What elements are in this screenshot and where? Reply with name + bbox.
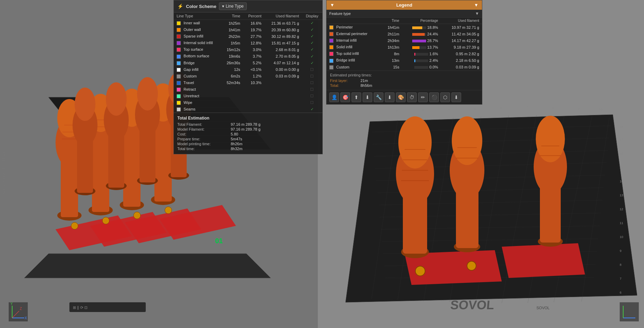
line-type-row: Travel 52m34s 10.3% ☐ [174,80,322,86]
hex-icon[interactable]: ⬡ [440,92,450,102]
line-type-name: Top surface [174,46,221,53]
progress-bar-fill [412,33,425,36]
line-type-display[interactable]: ✓ [302,33,322,40]
line-type-selector[interactable]: ▾ Line Type [219,2,247,10]
tool-icon[interactable]: 🔧 [374,92,383,102]
line-type-row: Seams ✓ [174,106,322,113]
timer-icon[interactable]: ⏱ [407,92,417,102]
color-swatch [177,94,181,98]
progress-bar-fill [412,40,426,42]
line-type-row: Internal solid infill 1h5m 12.8% 15.81 m… [174,40,322,46]
line-type-display[interactable]: ✓ [302,106,322,113]
progress-bar [412,26,426,29]
legend-name: Top solid infill [327,50,381,57]
first-layer-value: 21m [361,79,368,83]
line-type-row: Unretract ☐ [174,93,322,99]
circle-icon[interactable]: ⚫ [429,92,439,102]
svg-marker-2 [24,254,271,278]
progress-bar [414,53,428,56]
legend-filament: 9.18 m 27.39 g [441,44,482,50]
line-type-display[interactable]: ☐ [302,86,322,93]
total-est-value: 8h56m [361,83,372,88]
legend-collapse-icon[interactable]: ▼ [330,2,334,8]
line-type-name: Inner wall [174,20,221,27]
color-scheme-header: ⚡ Color Scheme ▾ Line Type [174,0,322,13]
svg-text:16: 16 [620,152,623,155]
legend-dropdown-icon[interactable]: ▼ [474,2,478,8]
down-icon[interactable]: ⬇ [363,92,372,102]
legend-col-name [327,18,381,24]
color-swatch [177,101,181,105]
color-swatch [177,21,181,25]
line-type-percent [243,93,264,99]
svg-text:14: 14 [620,180,623,183]
legend-row: Internal infill 2h34m 28.7% 14.17 m 42.2… [327,37,482,44]
export-icon[interactable]: ⬇ [451,92,461,102]
edit-icon[interactable]: ✏ [418,92,428,102]
line-type-display[interactable]: ☐ [302,80,322,86]
legend-pct: 1.6% [402,50,441,57]
down2-icon[interactable]: ⬇ [385,92,395,102]
legend-row: Custom 15s 0.0% 0.03 m 0.09 g [327,64,482,71]
line-type-display[interactable]: ✓ [302,53,322,59]
line-type-display[interactable]: ☐ [302,73,322,80]
color-swatch [177,34,181,39]
line-type-name: Retract [174,86,221,93]
legend-col-filament: Used filament [441,18,482,24]
svg-point-55 [165,207,172,214]
color-swatch [177,107,181,112]
line-type-percent: <0.1% [243,66,264,73]
line-type-row: Retract ☐ [174,86,322,93]
line-type-percent: 12.8% [243,40,264,46]
line-type-display[interactable]: ✓ [302,46,322,53]
line-type-time: 26m36s [221,60,243,66]
line-type-name: Sparse infill [174,33,221,40]
total-estimation: Total Estimation Total Filament: 97.16 m… [174,113,322,154]
legend-pct: 13.7% [402,44,441,50]
line-type-filament [264,106,302,113]
line-type-display[interactable]: ☐ [302,93,322,99]
svg-point-52 [71,222,78,229]
prepare-time-label: Prepare time: [177,137,229,141]
legend-filament: 2.18 m 6.50 g [441,57,482,64]
line-type-display[interactable]: ✓ [302,26,322,33]
line-type-display[interactable]: ☐ [302,66,322,73]
up-icon[interactable]: ⬆ [351,92,361,102]
line-type-display[interactable]: ✓ [302,20,322,27]
svg-text:01: 01 [215,237,223,245]
line-type-display[interactable]: ✓ [302,40,322,46]
line-type-name: Gap infill [174,66,221,73]
legend-row: Bridge infill 13m 2.4% 2.18 m 6.50 g [327,57,482,64]
line-type-filament [264,86,302,93]
legend-color-swatch [329,65,333,69]
line-type-percent: 27.7% [243,33,264,40]
legend-color-swatch [329,52,333,56]
line-type-name: Custom [174,73,221,80]
line-type-filament: 4.07 m 12.14 g [264,60,302,66]
target-icon[interactable]: 🎯 [340,92,350,102]
legend-color-swatch [329,25,333,30]
avatar-icon[interactable]: 👤 [329,92,339,102]
svg-text:10: 10 [599,108,602,111]
svg-point-112 [536,116,565,162]
legend-panel: ▼ Legend ▼ Feature type ▼ Time Percentag… [326,0,482,105]
paint-icon[interactable]: 🎨 [396,92,406,102]
line-type-time: 52m34s [221,80,243,86]
color-swatch [177,48,181,52]
feature-type-dropdown[interactable]: ▼ [475,11,479,16]
legend-name: Custom [327,64,381,71]
line-type-display[interactable]: ☐ [302,99,322,106]
line-type-name: Seams [174,106,221,113]
legend-time: 8m [381,50,402,57]
legend-color-swatch [329,32,333,36]
svg-point-39 [75,88,95,121]
line-type-table: Line Type Time Percent Used filament Dis… [174,13,322,113]
line-type-time: 6m2s [221,73,243,80]
legend-row: Perimeter 1h41m 18.8% 10.97 m 32.71 g [327,24,482,31]
total-filament-value: 97.16 m 289.78 g [231,122,261,126]
line-type-display[interactable]: ✓ [302,60,322,66]
line-type-filament: 2.70 m 8.05 g [264,53,302,59]
svg-text:8: 8 [620,263,621,266]
svg-text:6: 6 [620,291,621,294]
progress-bar-fill [412,46,420,49]
